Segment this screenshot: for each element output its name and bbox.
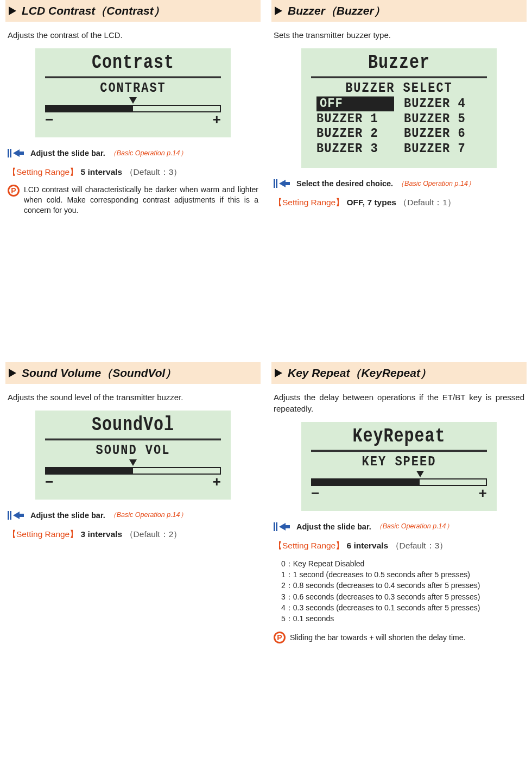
svg-rect-2 xyxy=(274,179,275,188)
section-header-soundvol: Sound Volume（SoundVol） xyxy=(5,362,261,384)
svg-rect-3 xyxy=(276,179,277,188)
triangle-icon xyxy=(9,7,16,15)
triangle-icon xyxy=(9,369,16,377)
hint-row: Adjust the slide bar. （Basic Operation p… xyxy=(274,521,524,533)
range-label: 【Setting Range】 xyxy=(8,167,78,176)
section-header-contrast: LCD Contrast（Contrast） xyxy=(5,0,261,22)
buzzer-option[interactable]: BUZZER 4 xyxy=(404,97,482,112)
hint-text: Adjust the slide bar. xyxy=(296,522,371,531)
lcd-panel-soundvol: SoundVol SOUND VOL − + xyxy=(35,411,231,500)
triangle-icon xyxy=(275,369,282,377)
section-desc: Adjusts the delay between operations if … xyxy=(274,392,524,414)
setting-range: 【Setting Range】 6 intervals （Default：3） xyxy=(274,540,524,552)
svg-rect-0 xyxy=(8,149,9,157)
lcd-panel-contrast: Contrast CONTRAST − + xyxy=(35,48,231,137)
buzzer-option[interactable]: BUZZER 7 xyxy=(404,141,482,156)
range-value: 5 intervals xyxy=(81,167,123,176)
click-finger-icon xyxy=(8,509,26,521)
section-title: Sound Volume（SoundVol） xyxy=(22,365,176,381)
section-header-buzzer: Buzzer（Buzzer） xyxy=(271,0,527,22)
slide-bar[interactable]: − + xyxy=(45,460,221,490)
hint-ref[interactable]: （Basic Operation p.14） xyxy=(397,179,475,188)
slide-marker-icon xyxy=(416,471,424,477)
range-label: 【Setting Range】 xyxy=(8,529,78,539)
range-value: 6 intervals xyxy=(347,541,389,550)
slide-minus: − xyxy=(45,113,54,128)
section-desc: Adjusts the sound level of the transmitt… xyxy=(8,392,258,403)
slide-marker-icon xyxy=(129,459,137,466)
buzzer-option[interactable]: BUZZER 6 xyxy=(404,127,482,142)
lcd-sublabel: BUZZER SELECT xyxy=(311,80,487,96)
list-item: 0：Key Repeat Disabled xyxy=(281,558,527,569)
buzzer-option[interactable]: BUZZER 1 xyxy=(316,111,394,127)
note-keyrepeat: P Sliding the bar towards + will shorten… xyxy=(274,632,524,643)
setting-range: 【Setting Range】 OFF, 7 types （Default：1） xyxy=(274,197,524,209)
buzzer-option[interactable]: BUZZER 3 xyxy=(316,141,394,156)
range-default: （Default：1） xyxy=(398,198,456,207)
hint-text: Adjust the slide bar. xyxy=(30,511,105,520)
svg-rect-5 xyxy=(10,511,11,520)
section-desc: Adjusts the contrast of the LCD. xyxy=(8,29,258,41)
lcd-panel-keyrepeat: KeyRepeat KEY SPEED − + xyxy=(301,422,497,511)
list-item: 1：1 second (decreases to 0.5 seconds aft… xyxy=(281,569,527,580)
slide-marker-icon xyxy=(129,97,137,104)
slide-plus: + xyxy=(212,476,221,490)
range-label: 【Setting Range】 xyxy=(274,541,344,550)
list-item: 5：0.1 seconds xyxy=(281,613,527,624)
lcd-panel-buzzer: Buzzer BUZZER SELECT OFF BUZZER 4 BUZZER… xyxy=(301,48,497,168)
svg-rect-1 xyxy=(10,149,11,157)
slide-minus: − xyxy=(311,487,320,501)
range-default: （Default：3） xyxy=(125,167,182,176)
hint-text: Select the desired choice. xyxy=(296,179,393,188)
svg-rect-7 xyxy=(276,522,277,531)
note-contrast: P LCD contrast will characteristically b… xyxy=(8,185,258,216)
setting-range: 【Setting Range】 3 intervals （Default：2） xyxy=(8,529,258,540)
setting-range: 【Setting Range】 5 intervals （Default：3） xyxy=(8,167,258,178)
triangle-icon xyxy=(275,7,282,15)
buzzer-option[interactable]: BUZZER 5 xyxy=(404,111,482,127)
slide-minus: − xyxy=(45,476,54,490)
svg-rect-6 xyxy=(274,522,275,531)
p-badge-icon: P xyxy=(274,632,286,643)
lcd-title: Buzzer xyxy=(311,52,487,78)
lcd-sublabel: SOUND VOL xyxy=(45,442,221,458)
slide-bar[interactable]: − + xyxy=(311,472,487,501)
slide-plus: + xyxy=(478,487,487,501)
hint-text: Adjust the slide bar. xyxy=(30,149,105,157)
range-value: OFF, 7 types xyxy=(347,198,396,207)
lcd-sublabel: KEY SPEED xyxy=(311,453,487,470)
range-default: （Default：2） xyxy=(125,529,182,539)
lcd-title: KeyRepeat xyxy=(311,425,487,452)
click-finger-icon xyxy=(274,178,292,190)
lcd-title: SoundVol xyxy=(45,414,221,440)
section-header-keyrepeat: Key Repeat（KeyRepeat） xyxy=(271,362,527,384)
list-item: 3：0.6 seconds (decreases to 0.3 seconds … xyxy=(281,591,527,602)
buzzer-option-list[interactable]: OFF BUZZER 4 BUZZER 1 BUZZER 5 BUZZER 2 … xyxy=(311,97,487,161)
click-finger-icon xyxy=(8,147,26,159)
buzzer-option[interactable]: OFF xyxy=(316,97,394,112)
list-item: 4：0.3 seconds (decreases to 0.1 seconds … xyxy=(281,602,527,613)
range-value: 3 intervals xyxy=(81,529,123,539)
buzzer-option[interactable]: BUZZER 2 xyxy=(316,127,394,142)
slide-bar[interactable]: − + xyxy=(45,98,221,128)
hint-ref[interactable]: （Basic Operation p.14） xyxy=(376,522,453,531)
section-title: Buzzer（Buzzer） xyxy=(288,3,385,18)
range-default: （Default：3） xyxy=(391,541,448,550)
slide-plus: + xyxy=(212,113,221,128)
section-desc: Sets the transmitter buzzer type. xyxy=(274,29,524,41)
hint-ref[interactable]: （Basic Operation p.14） xyxy=(110,149,187,158)
lcd-sublabel: CONTRAST xyxy=(45,80,221,97)
range-label: 【Setting Range】 xyxy=(274,198,344,207)
hint-row: Adjust the slide bar. （Basic Operation p… xyxy=(8,509,258,521)
section-title: Key Repeat（KeyRepeat） xyxy=(288,365,432,381)
click-finger-icon xyxy=(274,521,292,533)
note-text: LCD contrast will characteristically be … xyxy=(24,185,258,216)
keyrepeat-interval-list: 0：Key Repeat Disabled 1：1 second (decrea… xyxy=(281,558,527,624)
svg-rect-4 xyxy=(8,511,9,520)
hint-row: Select the desired choice. （Basic Operat… xyxy=(274,178,524,190)
list-item: 2：0.8 seconds (decreases to 0.4 seconds … xyxy=(281,580,527,591)
hint-ref[interactable]: （Basic Operation p.14） xyxy=(110,510,187,520)
p-badge-icon: P xyxy=(8,185,20,197)
hint-row: Adjust the slide bar. （Basic Operation p… xyxy=(8,147,258,159)
section-title: LCD Contrast（Contrast） xyxy=(22,3,165,18)
